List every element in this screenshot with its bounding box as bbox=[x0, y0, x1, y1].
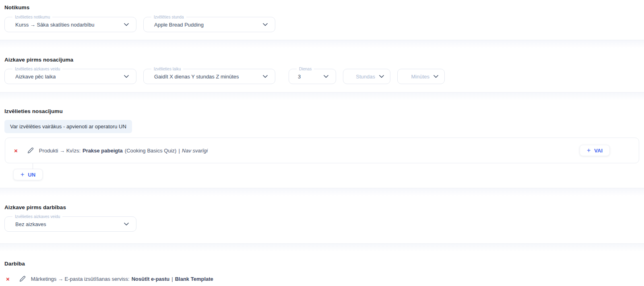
condition-hint: Var izvēlēties vairākus - apvienoti ar o… bbox=[4, 120, 132, 133]
action-delay-type-select[interactable]: Izvēlieties aizkaves veidu Bez aizkaves bbox=[4, 216, 136, 232]
section-divider bbox=[0, 92, 644, 103]
plus-icon: + bbox=[587, 147, 590, 154]
section-divider bbox=[0, 243, 644, 254]
section-action-title: Darbība bbox=[4, 261, 644, 267]
event-select[interactable]: Izvēlieties notikumu Kurss → Sāka skatīt… bbox=[4, 17, 136, 32]
action-rule-row: × Mārketings → E-pasta izsūtīšanas servi… bbox=[6, 276, 644, 282]
action-path: Mārketings → E-pasta izsūtīšanas serviss… bbox=[31, 276, 130, 282]
add-and-condition-button[interactable]: + UN bbox=[13, 169, 43, 180]
pipe-separator: | bbox=[178, 148, 180, 154]
chevron-down-icon bbox=[124, 75, 129, 78]
days-select[interactable]: Dienas 3 bbox=[289, 69, 336, 84]
wait-time-select[interactable]: Izvēlieties laiku Gaidīt X dienas Y stun… bbox=[143, 69, 275, 84]
chevron-down-icon bbox=[263, 23, 268, 26]
section-divider bbox=[0, 40, 644, 50]
action-rule-text: Mārketings → E-pasta izsūtīšanas serviss… bbox=[31, 276, 213, 282]
edit-action-button[interactable] bbox=[19, 276, 26, 282]
chevron-down-icon bbox=[263, 75, 268, 78]
section-condition: Izvēlieties nosacījumu Var izvēlēties va… bbox=[0, 108, 644, 198]
delete-condition-icon[interactable]: × bbox=[14, 148, 18, 154]
section-delay-before-action: Aizkave pirms darbības Izvēlieties aizka… bbox=[0, 204, 644, 254]
connector-line bbox=[33, 163, 33, 169]
days-select-value: 3 bbox=[298, 74, 301, 80]
condition-rule-text: Produkti → Kvīzs: Prakse pabeigta (Cooki… bbox=[39, 148, 208, 154]
condition-path: Produkti → Kvīzs: bbox=[39, 148, 80, 154]
chevron-down-icon bbox=[124, 222, 129, 226]
section-condition-title: Izvēlieties nosacījumu bbox=[4, 108, 644, 114]
condition-detail: (Cooking Basics Quiz) bbox=[125, 148, 177, 154]
delay-type-select-value: Aizkave pēc laika bbox=[15, 74, 56, 80]
minutes-select[interactable]: Minūtes bbox=[397, 69, 445, 84]
section-event: Notikums Izvēlieties notikumu Kurss → Sā… bbox=[0, 4, 644, 50]
minutes-select-placeholder: Minūtes bbox=[411, 74, 429, 80]
section-action: Darbība × Mārketings → E-pasta izsūtīšan… bbox=[0, 261, 644, 286]
action-template: Blank Template bbox=[175, 276, 213, 282]
section-delay-condition-title: Aizkave pirms nosacījuma bbox=[4, 57, 644, 63]
or-button-label: VAI bbox=[594, 148, 603, 154]
and-button-label: UN bbox=[28, 172, 35, 178]
section-divider bbox=[0, 188, 644, 198]
action-name: Nosūtīt e-pastu bbox=[132, 276, 170, 282]
delay-type-select[interactable]: Izvēlieties aizkaves veidu Aizkave pēc l… bbox=[4, 69, 136, 84]
condition-rule-card: × Produkti → Kvīzs: Prakse pabeigta (Coo… bbox=[5, 138, 639, 163]
chevron-down-icon bbox=[433, 75, 438, 78]
pencil-icon bbox=[19, 276, 26, 282]
lesson-select-value: Apple Bread Pudding bbox=[154, 22, 204, 28]
hours-select[interactable]: Stundas bbox=[343, 69, 390, 84]
wait-time-select-label: Izvēlieties laiku bbox=[151, 66, 183, 72]
section-delay-before-condition: Aizkave pirms nosacījuma Izvēlieties aiz… bbox=[0, 57, 644, 103]
edit-condition-button[interactable] bbox=[27, 147, 34, 154]
chevron-down-icon bbox=[379, 75, 384, 78]
event-select-label: Izvēlieties notikumu bbox=[12, 14, 52, 20]
condition-name: Prakse pabeigta bbox=[83, 148, 123, 154]
condition-modifier: Nav svarīgi bbox=[182, 148, 208, 154]
pipe-separator: | bbox=[171, 276, 173, 282]
days-select-label: Dienas bbox=[297, 66, 314, 72]
delay-type-select-label: Izvēlieties aizkaves veidu bbox=[12, 66, 62, 72]
action-delay-type-label: Izvēlieties aizkaves veidu bbox=[12, 214, 62, 219]
lesson-select[interactable]: Izvēlēties stunda Apple Bread Pudding bbox=[143, 17, 275, 32]
hours-select-placeholder: Stundas bbox=[356, 74, 375, 80]
chevron-down-icon bbox=[124, 23, 129, 26]
chevron-down-icon bbox=[324, 75, 328, 78]
lesson-select-label: Izvēlēties stunda bbox=[151, 14, 186, 20]
plus-icon: + bbox=[21, 171, 24, 178]
delete-action-icon[interactable]: × bbox=[6, 276, 10, 282]
section-delay-action-title: Aizkave pirms darbības bbox=[4, 204, 644, 210]
action-delay-type-value: Bez aizkaves bbox=[15, 221, 46, 227]
wait-time-select-value: Gaidīt X dienas Y stundas Z minūtes bbox=[154, 74, 239, 80]
event-select-value: Kurss → Sāka skatīties nodarbību bbox=[15, 22, 95, 28]
section-event-title: Notikums bbox=[4, 4, 644, 10]
pencil-icon bbox=[27, 147, 34, 154]
add-or-condition-button[interactable]: + VAI bbox=[580, 145, 610, 156]
